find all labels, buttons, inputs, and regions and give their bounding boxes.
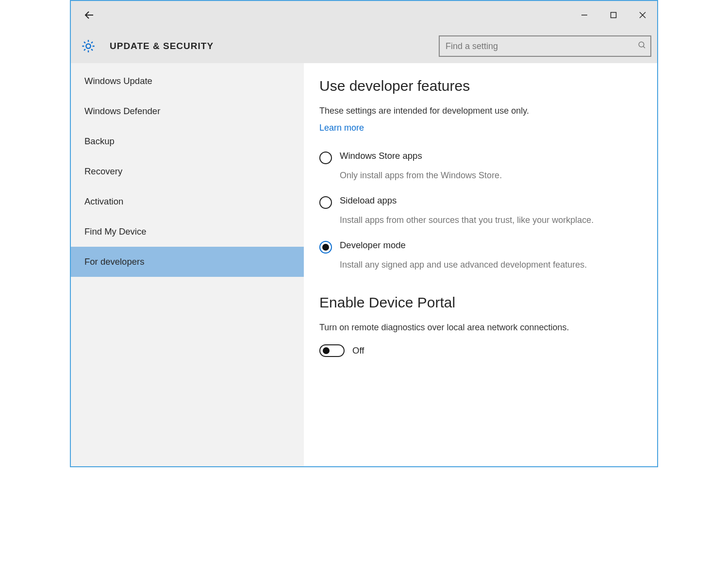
search-icon — [638, 41, 646, 51]
search-wrap — [439, 35, 651, 57]
radio-desc: Only install apps from the Windows Store… — [340, 169, 621, 182]
minimize-button[interactable] — [570, 1, 599, 29]
section-title-device-portal: Enable Device Portal — [319, 294, 642, 311]
radio-sideload-apps[interactable] — [319, 196, 332, 209]
window-controls — [570, 1, 657, 29]
sidebar-item-activation[interactable]: Activation — [71, 187, 304, 217]
page-title: Update & Security — [110, 41, 214, 51]
radio-label: Developer mode — [340, 240, 406, 251]
radio-row-developer-mode: Developer mode — [319, 240, 642, 254]
gear-icon — [81, 38, 96, 54]
radio-row-windows-store-apps: Windows Store apps — [319, 151, 642, 164]
close-button[interactable] — [628, 1, 657, 29]
radio-label: Sideload apps — [340, 195, 397, 206]
sidebar: Windows Update Windows Defender Backup R… — [71, 63, 304, 466]
maximize-button[interactable] — [599, 1, 628, 29]
sidebar-item-windows-update[interactable]: Windows Update — [71, 66, 304, 96]
section1-description: These settings are intended for developm… — [319, 106, 642, 116]
settings-window: Update & Security Windows Update Windows… — [70, 0, 658, 467]
body: Windows Update Windows Defender Backup R… — [71, 63, 657, 466]
radio-developer-mode[interactable] — [319, 241, 332, 254]
content: Use developer features These settings ar… — [304, 63, 657, 466]
back-button[interactable] — [80, 5, 99, 25]
svg-point-6 — [639, 42, 644, 47]
radio-desc: Install any signed app and use advanced … — [340, 258, 621, 271]
radio-group-developer-features: Windows Store apps Only install apps fro… — [319, 151, 642, 271]
radio-windows-store-apps[interactable] — [319, 152, 332, 164]
toggle-knob — [323, 347, 330, 354]
toggle-state-label: Off — [352, 345, 364, 356]
header-left: Update & Security — [81, 38, 439, 54]
sidebar-item-windows-defender[interactable]: Windows Defender — [71, 96, 304, 126]
toggle-row-device-portal: Off — [319, 344, 642, 357]
svg-rect-2 — [611, 13, 616, 18]
header: Update & Security — [71, 29, 657, 63]
svg-point-5 — [86, 44, 90, 48]
radio-row-sideload-apps: Sideload apps — [319, 195, 642, 209]
section2-description: Turn on remote diagnostics over local ar… — [319, 322, 642, 333]
radio-label: Windows Store apps — [340, 151, 422, 161]
minimize-icon — [581, 12, 588, 18]
learn-more-link[interactable]: Learn more — [319, 123, 364, 133]
sidebar-item-recovery[interactable]: Recovery — [71, 156, 304, 187]
section-title-developer-features: Use developer features — [319, 78, 642, 94]
search-input[interactable] — [439, 35, 651, 57]
toggle-device-portal[interactable] — [319, 344, 345, 357]
sidebar-item-find-my-device[interactable]: Find My Device — [71, 217, 304, 247]
back-arrow-icon — [83, 9, 95, 21]
svg-line-7 — [643, 46, 645, 48]
sidebar-item-for-developers[interactable]: For developers — [71, 247, 304, 277]
close-icon — [639, 12, 646, 18]
maximize-icon — [610, 12, 617, 18]
radio-desc: Install apps from other sources that you… — [340, 214, 621, 226]
titlebar — [71, 1, 657, 29]
sidebar-item-backup[interactable]: Backup — [71, 126, 304, 156]
